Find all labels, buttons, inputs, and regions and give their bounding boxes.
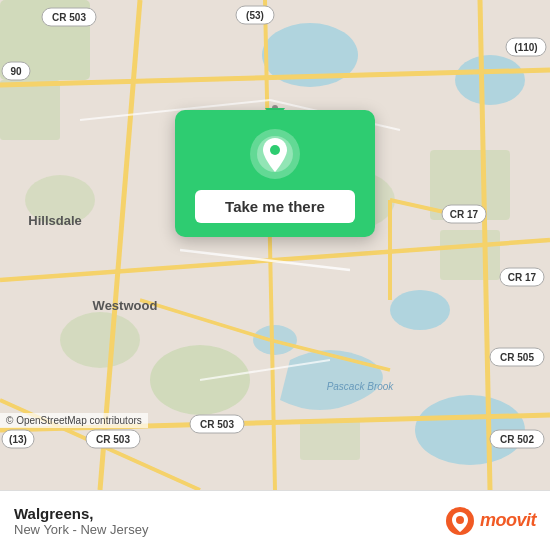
svg-text:CR 503: CR 503 xyxy=(96,434,130,445)
svg-text:(13): (13) xyxy=(9,434,27,445)
svg-text:(110): (110) xyxy=(514,42,537,53)
store-region: New York - New Jersey xyxy=(14,522,148,537)
map-container: CR 503 (53) 90 (110) CR 17 CR 17 CR 503 … xyxy=(0,0,550,490)
svg-rect-11 xyxy=(440,230,500,280)
svg-point-60 xyxy=(456,516,464,524)
svg-text:CR 17: CR 17 xyxy=(508,272,537,283)
svg-text:CR 503: CR 503 xyxy=(200,419,234,430)
svg-text:Westwood: Westwood xyxy=(93,298,158,313)
svg-text:90: 90 xyxy=(10,66,22,77)
bottom-bar: Walgreens, New York - New Jersey moovit xyxy=(0,490,550,550)
moovit-brand-icon xyxy=(445,506,475,536)
moovit-label: moovit xyxy=(480,510,536,531)
svg-text:CR 502: CR 502 xyxy=(500,434,534,445)
svg-point-2 xyxy=(455,55,525,105)
svg-text:Hillsdale: Hillsdale xyxy=(28,213,81,228)
svg-point-9 xyxy=(60,312,140,368)
svg-text:(53): (53) xyxy=(246,10,264,21)
take-me-there-button[interactable]: Take me there xyxy=(195,190,355,223)
svg-text:CR 505: CR 505 xyxy=(500,352,534,363)
svg-point-58 xyxy=(270,145,280,155)
moovit-logo: moovit xyxy=(445,506,536,536)
svg-text:CR 17: CR 17 xyxy=(450,209,479,220)
location-pin-icon xyxy=(249,128,301,180)
store-info: Walgreens, New York - New Jersey xyxy=(14,505,148,537)
location-card: Take me there xyxy=(175,110,375,237)
map-attribution: © OpenStreetMap contributors xyxy=(0,413,148,428)
svg-point-3 xyxy=(390,290,450,330)
svg-text:Pascack Brook: Pascack Brook xyxy=(327,381,395,392)
svg-rect-14 xyxy=(300,420,360,460)
store-name: Walgreens, xyxy=(14,505,148,522)
svg-rect-7 xyxy=(0,80,60,140)
svg-text:CR 503: CR 503 xyxy=(52,12,86,23)
